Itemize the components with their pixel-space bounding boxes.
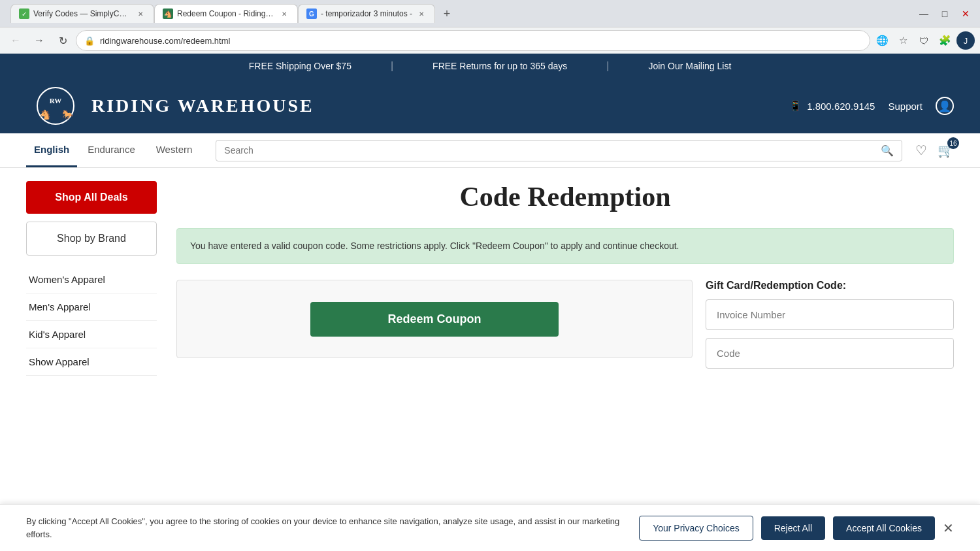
url-text: ridingwarehouse.com/redeem.html (100, 36, 862, 46)
support-link[interactable]: Support (888, 101, 923, 112)
tabs-bar: ✓ Verify Codes — SimplyCodes ✕ 🐴 Redeem … (5, 4, 461, 23)
tab-close-3[interactable]: ✕ (416, 8, 427, 19)
close-button[interactable]: ✕ (956, 5, 975, 23)
tab-1[interactable]: ✓ Verify Codes — SimplyCodes ✕ (10, 4, 154, 23)
shop-all-deals-button[interactable]: Shop All Deals (26, 181, 157, 214)
cookie-banner: By clicking "Accept All Cookies", you ag… (0, 504, 980, 551)
search-bar: 🔍 (216, 140, 902, 161)
logo-area: RW 🐴 🐎 RIDING WAREHOUSE (26, 86, 314, 125)
accept-all-cookies-button[interactable]: Accept All Cookies (833, 516, 935, 540)
sidebar-item-kids[interactable]: Kid's Apparel (26, 321, 157, 348)
sidebar-item-show[interactable]: Show Apparel (26, 348, 157, 376)
redeem-section: Redeem Coupon Gift Card/Redemption Code: (176, 280, 954, 369)
banner-sep-2: | (606, 60, 609, 72)
tab-favicon-3: G (306, 8, 317, 19)
header-right: 📱 1.800.620.9145 Support 👤 (789, 97, 954, 115)
lock-icon: 🔒 (84, 36, 95, 46)
profile-icon[interactable]: J (956, 31, 975, 50)
tab-title-3: - temporizador 3 minutos - (321, 9, 412, 18)
top-banner: FREE Shipping Over $75 | FREE Returns fo… (0, 54, 980, 78)
tab-2[interactable]: 🐴 Redeem Coupon - Riding Ware... ✕ (154, 4, 298, 23)
back-button[interactable]: ← (5, 30, 26, 51)
success-banner: You have entered a valid coupon code. So… (176, 228, 954, 264)
invoice-number-input[interactable] (706, 299, 954, 330)
tab-favicon-1: ✓ (19, 8, 29, 19)
phone-icon: 📱 (789, 100, 802, 112)
cart-badge: 16 (947, 137, 959, 149)
content-area: Code Redemption You have entered a valid… (176, 181, 954, 376)
tab-close-1[interactable]: ✕ (135, 8, 146, 19)
toolbar-actions: 🌐 ☆ 🛡 🧩 J (873, 31, 975, 50)
sidebar: Shop All Deals Shop by Brand Women's App… (26, 181, 157, 376)
browser-titlebar: ✓ Verify Codes — SimplyCodes ✕ 🐴 Redeem … (0, 0, 980, 27)
privacy-choices-button[interactable]: Your Privacy Choices (639, 516, 753, 541)
nav-endurance[interactable]: Endurance (77, 133, 146, 167)
logo-icon: RW 🐴 🐎 (26, 86, 85, 125)
banner-sep-1: | (391, 60, 393, 72)
forward-button[interactable]: → (29, 30, 50, 51)
svg-text:RW: RW (50, 97, 62, 105)
nav-bar: English Endurance Western 🔍 ♡ 🛒 16 (0, 133, 980, 168)
header: RW 🐴 🐎 RIDING WAREHOUSE 📱 1.800.620.9145… (0, 78, 980, 133)
maximize-button[interactable]: □ (936, 5, 954, 23)
svg-text:🐴: 🐴 (39, 109, 51, 120)
star-icon[interactable]: ☆ (894, 31, 912, 50)
redeem-left-panel: Redeem Coupon (176, 280, 693, 358)
code-input[interactable] (706, 338, 954, 369)
tab-close-2[interactable]: ✕ (279, 8, 289, 19)
tab-favicon-2: 🐴 (163, 8, 173, 19)
sidebar-item-womens[interactable]: Women's Apparel (26, 266, 157, 293)
user-icon[interactable]: 👤 (936, 97, 954, 115)
search-input[interactable] (224, 145, 875, 156)
nav-actions: ♡ 🛒 16 (915, 142, 954, 158)
nav-western[interactable]: Western (146, 133, 203, 167)
minimize-button[interactable]: — (915, 5, 933, 23)
tab-3[interactable]: G - temporizador 3 minutos - ✕ (298, 4, 435, 23)
browser-toolbar: ← → ↻ 🔒 ridingwarehouse.com/redeem.html … (0, 27, 980, 54)
address-bar[interactable]: 🔒 ridingwarehouse.com/redeem.html (76, 30, 870, 51)
phone-area: 📱 1.800.620.9145 (789, 100, 875, 112)
logo-text: RIDING WAREHOUSE (91, 95, 314, 116)
main-layout: Shop All Deals Shop by Brand Women's App… (0, 168, 980, 389)
phone-number: 1.800.620.9145 (807, 101, 875, 112)
cookie-close-button[interactable]: ✕ (943, 520, 954, 536)
cookie-text: By clicking "Accept All Cookies", you ag… (26, 515, 626, 541)
extensions-icon[interactable]: 🧩 (936, 31, 954, 50)
translate-icon[interactable]: 🌐 (873, 31, 891, 50)
wishlist-button[interactable]: ♡ (915, 142, 927, 158)
reject-all-button[interactable]: Reject All (761, 516, 825, 540)
sidebar-item-mens[interactable]: Men's Apparel (26, 293, 157, 321)
browser-chrome: ✓ Verify Codes — SimplyCodes ✕ 🐴 Redeem … (0, 0, 980, 54)
search-icon[interactable]: 🔍 (881, 144, 894, 157)
tab-title-1: Verify Codes — SimplyCodes (33, 9, 131, 18)
tab-title-2: Redeem Coupon - Riding Ware... (177, 9, 275, 18)
cart-button[interactable]: 🛒 16 (938, 142, 954, 158)
cookie-actions: Your Privacy Choices Reject All Accept A… (639, 516, 954, 541)
page: FREE Shipping Over $75 | FREE Returns fo… (0, 54, 980, 389)
shield-icon[interactable]: 🛡 (915, 31, 933, 50)
shop-by-brand-button[interactable]: Shop by Brand (26, 222, 157, 256)
banner-returns: FREE Returns for up to 365 days (433, 61, 567, 71)
banner-mailing: Join Our Mailing List (648, 61, 731, 71)
page-title: Code Redemption (176, 181, 954, 212)
redeem-coupon-button[interactable]: Redeem Coupon (310, 302, 559, 337)
new-tab-button[interactable]: + (438, 5, 456, 23)
gift-card-label: Gift Card/Redemption Code: (706, 280, 954, 292)
nav-english[interactable]: English (26, 133, 77, 167)
refresh-button[interactable]: ↻ (52, 30, 73, 51)
banner-shipping: FREE Shipping Over $75 (249, 61, 351, 71)
redeem-right-panel: Gift Card/Redemption Code: (706, 280, 954, 369)
svg-text:🐎: 🐎 (62, 109, 74, 120)
